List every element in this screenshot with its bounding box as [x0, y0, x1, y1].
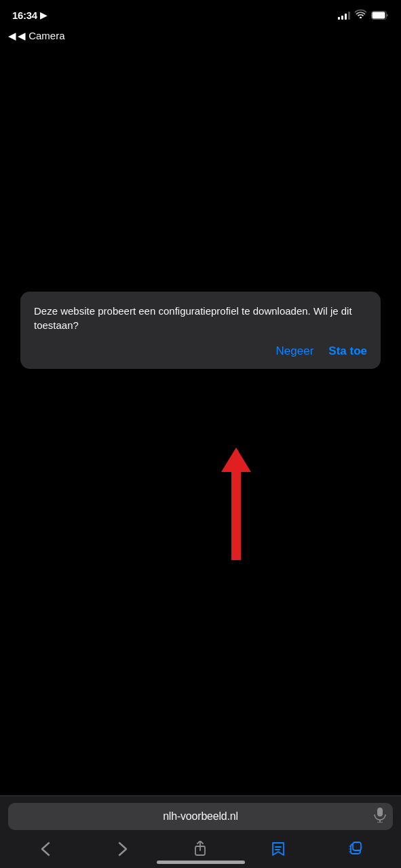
browser-bottom-bar: nlh-voorbeeld.nl — [0, 795, 401, 868]
tabs-button[interactable] — [341, 837, 370, 861]
url-bar-row: nlh-voorbeeld.nl — [0, 796, 401, 834]
time-display: 16:34 — [12, 9, 37, 21]
url-text: nlh-voorbeeld.nl — [163, 810, 238, 823]
back-label: ◀ Camera — [18, 30, 65, 42]
signal-icon — [338, 11, 350, 20]
status-bar: 16:34 ▶ — [0, 0, 401, 30]
bookmarks-button[interactable] — [263, 837, 293, 861]
red-arrow-indicator — [221, 448, 251, 560]
wifi-icon — [355, 9, 366, 20]
share-button[interactable] — [185, 837, 215, 861]
back-arrow-icon: ◀ — [8, 30, 16, 42]
status-time-area: 16:34 ▶ — [12, 9, 47, 21]
svg-rect-9 — [353, 842, 361, 850]
arrow-head — [221, 448, 251, 472]
location-arrow-icon: ▶ — [40, 10, 47, 20]
svg-rect-2 — [377, 808, 383, 816]
dialog-buttons: Negeer Sta toe — [34, 344, 367, 358]
permission-dialog: Deze website probeert een configuratiepr… — [20, 292, 381, 369]
home-indicator — [157, 861, 245, 864]
forward-button[interactable] — [108, 837, 138, 861]
back-to-camera[interactable]: ◀ ◀ Camera — [8, 30, 65, 42]
sta-toe-button[interactable]: Sta toe — [328, 344, 367, 358]
svg-rect-1 — [373, 12, 385, 19]
back-button[interactable] — [31, 837, 60, 861]
negeer-button[interactable]: Negeer — [276, 344, 314, 358]
status-icons — [338, 9, 389, 21]
battery-icon — [371, 9, 389, 21]
dialog-message: Deze website probeert een configuratiepr… — [34, 304, 367, 332]
url-field[interactable]: nlh-voorbeeld.nl — [8, 803, 393, 830]
arrow-shaft — [231, 472, 241, 560]
microphone-icon[interactable] — [374, 808, 386, 826]
